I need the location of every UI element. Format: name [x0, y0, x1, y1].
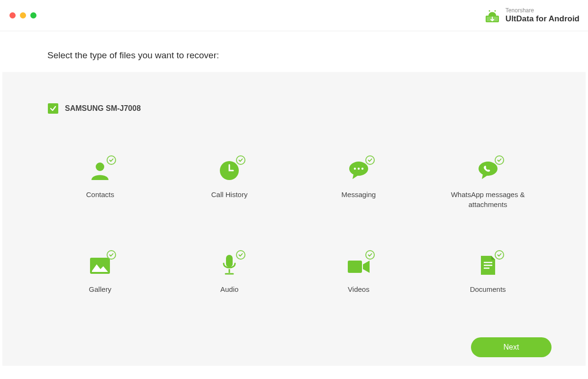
window-controls: [9, 12, 36, 18]
window-maximize-button[interactable]: [30, 12, 36, 18]
tile-label: Contacts: [86, 190, 114, 199]
tile-contacts[interactable]: Contacts: [40, 157, 160, 209]
select-all-checkbox[interactable]: [48, 103, 58, 114]
device-label: SAMSUNG SM-J7008: [65, 104, 141, 113]
contacts-icon: [86, 157, 114, 181]
audio-icon: [215, 252, 244, 276]
window-minimize-button[interactable]: [20, 12, 26, 18]
svg-point-2: [488, 10, 490, 11]
select-all-device[interactable]: SAMSUNG SM-J7008: [48, 103, 141, 114]
svg-point-4: [96, 162, 104, 171]
messaging-icon: [344, 157, 373, 181]
tile-documents[interactable]: Documents: [428, 252, 548, 294]
window-close-button[interactable]: [9, 12, 16, 18]
tile-label: Gallery: [89, 284, 112, 294]
filetype-grid: Contacts Call History: [40, 157, 548, 294]
tile-label: Messaging: [342, 190, 376, 199]
check-badge-icon: [365, 250, 375, 260]
tile-gallery[interactable]: Gallery: [40, 252, 160, 294]
svg-rect-12: [226, 255, 233, 267]
svg-point-9: [362, 168, 363, 170]
check-badge-icon: [495, 250, 504, 260]
brand-block: Tenorshare UltData for Android: [484, 7, 579, 24]
call-history-icon: [215, 157, 244, 181]
check-badge-icon: [107, 155, 116, 165]
brand-text: Tenorshare UltData for Android: [506, 7, 579, 24]
svg-point-7: [354, 168, 356, 170]
tile-label: Audio: [220, 284, 238, 294]
tile-label: WhatsApp messages & attachments: [441, 190, 535, 209]
whatsapp-icon: [474, 157, 502, 181]
selection-panel: SAMSUNG SM-J7008 Contacts: [2, 72, 586, 366]
check-badge-icon: [236, 250, 245, 260]
brand-company: Tenorshare: [506, 7, 579, 14]
brand-logo-icon: [484, 7, 501, 24]
next-button[interactable]: Next: [471, 337, 552, 357]
gallery-icon: [86, 252, 114, 276]
tile-call-history[interactable]: Call History: [170, 157, 289, 209]
svg-point-8: [358, 168, 360, 170]
tile-messaging[interactable]: Messaging: [299, 157, 419, 209]
page-heading: Select the type of files you want to rec…: [0, 31, 588, 72]
titlebar: Tenorshare UltData for Android: [0, 0, 588, 31]
documents-icon: [474, 252, 502, 276]
videos-icon: [344, 252, 373, 276]
tile-label: Call History: [211, 190, 248, 199]
tile-audio[interactable]: Audio: [170, 252, 289, 294]
tile-label: Videos: [348, 284, 370, 294]
check-badge-icon: [236, 155, 245, 165]
svg-rect-15: [348, 261, 362, 273]
check-badge-icon: [365, 155, 375, 165]
brand-product: UltData for Android: [506, 14, 579, 24]
tile-videos[interactable]: Videos: [299, 252, 419, 294]
tile-label: Documents: [470, 284, 506, 294]
tile-whatsapp[interactable]: WhatsApp messages & attachments: [428, 157, 548, 209]
svg-point-10: [479, 162, 498, 176]
check-badge-icon: [495, 155, 504, 165]
svg-point-3: [494, 10, 496, 11]
check-badge-icon: [107, 250, 116, 260]
